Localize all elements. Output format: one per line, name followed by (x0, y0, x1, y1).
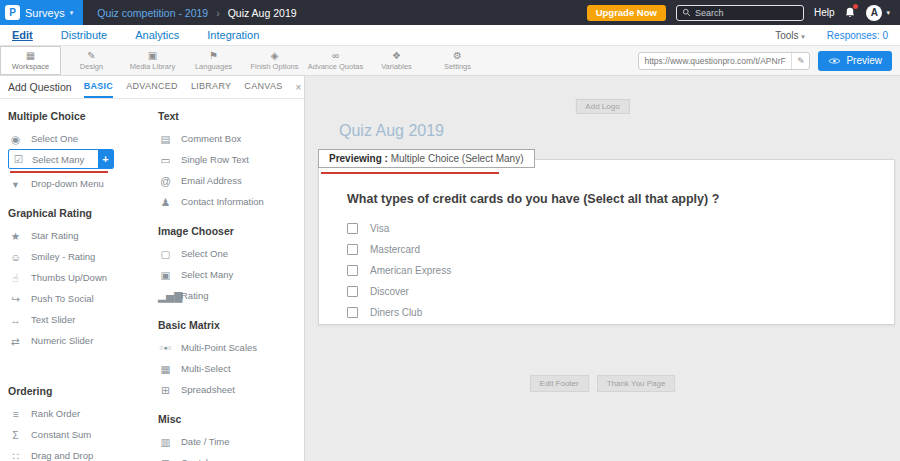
tab-canvas[interactable]: CANVAS (244, 76, 282, 98)
question-type-multi-point-scales[interactable]: ○●○ Multi-Point Scales (158, 337, 296, 358)
edit-footer-button[interactable]: Edit Footer (530, 375, 589, 392)
question-type-single-row-text[interactable]: ▭ Single Row Text (158, 149, 296, 170)
question-type-drag-and-drop[interactable]: ∷ Drag and Drop (8, 445, 142, 461)
question-type-thumbs-up-down[interactable]: ☝ Thumbs Up/Down (8, 267, 142, 288)
question-type-text-slider[interactable]: ↔ Text Slider (8, 309, 142, 330)
question-type-rank-order[interactable]: ≡ Rank Order (8, 403, 142, 424)
previewing-label: Previewing : Multiple Choice (Select Man… (318, 149, 535, 168)
share-icon: ↪ (8, 293, 23, 305)
question-type-dropdown-menu[interactable]: ▾ Drop-down Menu (8, 173, 142, 194)
checkbox-icon[interactable] (347, 307, 358, 318)
toolbar-settings[interactable]: ⚙ Settings (427, 46, 488, 75)
question-type-constant-sum[interactable]: Σ Constant Sum (8, 424, 142, 445)
tools-menu[interactable]: Tools ▾ (775, 30, 805, 41)
search-input[interactable] (695, 8, 798, 18)
survey-url-input[interactable] (639, 56, 791, 66)
settings-gear-icon: ⚙ (453, 50, 462, 61)
question-type-image-select-many[interactable]: ▣ Select Many (158, 264, 296, 285)
tab-library[interactable]: LIBRARY (191, 76, 231, 98)
questionpro-app: P Surveys ▾ Quiz competition - 2019 › Qu… (0, 0, 900, 461)
dropdown-icon: ▾ (8, 178, 23, 190)
tab-distribute[interactable]: Distribute (61, 29, 107, 41)
notifications-bell-icon[interactable] (844, 6, 856, 19)
surveys-menu[interactable]: P Surveys ▾ (0, 0, 83, 25)
question-type-label: Multi-Point Scales (181, 342, 257, 353)
question-type-image-select-one[interactable]: ▢ Select One (158, 243, 296, 264)
account-menu[interactable]: A ▾ (866, 5, 890, 21)
checkbox-icon[interactable] (347, 223, 358, 234)
variables-icon: ❖ (392, 50, 401, 61)
image-select-many-icon: ▣ (158, 269, 173, 281)
preview-button-label: Preview (846, 55, 882, 66)
question-type-captcha[interactable]: ⊡ Captcha (158, 452, 296, 461)
question-type-label: Smiley - Rating (31, 251, 95, 262)
toolbar-label: Variables (381, 62, 412, 71)
close-icon[interactable]: × (296, 82, 302, 93)
checkbox-icon[interactable] (347, 286, 358, 297)
question-type-label: Select One (31, 133, 78, 144)
survey-title[interactable]: Quiz Aug 2019 (339, 122, 444, 140)
preview-button[interactable]: Preview (818, 51, 892, 71)
add-question-title: Add Question (8, 81, 72, 93)
previewing-label-prefix: Previewing : (329, 153, 388, 164)
tab-basic[interactable]: BASIC (84, 76, 114, 98)
question-type-email-address[interactable]: @ Email Address (158, 170, 296, 191)
option-label: Diners Club (370, 307, 422, 318)
toolbar-label: Advance Quotas (308, 62, 363, 71)
question-type-comment-box[interactable]: ▤ Comment Box (158, 128, 296, 149)
help-link[interactable]: Help (814, 7, 835, 18)
section-heading: Misc (158, 413, 296, 425)
question-type-contact-information[interactable]: ♟ Contact Information (158, 191, 296, 212)
responses-count-link[interactable]: Responses: 0 (827, 30, 888, 41)
questionpro-logo-icon[interactable]: P (5, 5, 20, 20)
section-heading: Multiple Choice (8, 110, 142, 122)
option-label: Mastercard (370, 244, 420, 255)
question-type-spreadsheet[interactable]: ⊞ Spreadsheet (158, 379, 296, 400)
section-heading: Graphical Rating (8, 207, 142, 219)
option-label: Visa (370, 223, 389, 234)
toolbar-label: Workspace (12, 62, 49, 71)
question-text[interactable]: What types of credit cards do you have (… (347, 192, 884, 206)
question-type-select-many[interactable]: ☑ Select Many + (8, 149, 114, 169)
search-icon (682, 8, 691, 17)
checkbox-icon[interactable] (347, 265, 358, 276)
question-type-smiley-rating[interactable]: ☺ Smiley - Rating (8, 246, 142, 267)
sidebar-header: Add Question BASIC ADVANCED LIBRARY CANV… (0, 76, 304, 99)
question-type-push-to-social[interactable]: ↪ Push To Social (8, 288, 142, 309)
toolbar-workspace[interactable]: ▦ Workspace (0, 46, 61, 75)
tab-integration[interactable]: Integration (207, 29, 259, 41)
checkbox-icon[interactable] (347, 244, 358, 255)
question-type-label: Drop-down Menu (31, 178, 104, 189)
toolbar-design[interactable]: ✎ Design (61, 46, 122, 75)
toolbar-media-library[interactable]: ▣ Media Library (122, 46, 183, 75)
tab-edit[interactable]: Edit (12, 29, 33, 41)
text-slider-icon: ↔ (8, 314, 23, 326)
checkbox-icon: ☑ (11, 153, 26, 165)
add-question-plus-button[interactable]: + (98, 150, 113, 168)
question-type-star-rating[interactable]: ★ Star Rating (8, 225, 142, 246)
upgrade-now-button[interactable]: Upgrade Now (587, 5, 666, 21)
tab-advanced[interactable]: ADVANCED (126, 76, 178, 98)
toolbar-advance-quotas[interactable]: ∞ Advance Quotas (305, 46, 366, 75)
tab-analytics[interactable]: Analytics (135, 29, 179, 41)
edit-url-pencil-icon[interactable]: ✎ (791, 53, 809, 69)
question-type-numeric-slider[interactable]: ⇄ Numeric Slider (8, 330, 142, 351)
surveys-menu-label: Surveys (25, 7, 65, 19)
question-type-date-time[interactable]: ▥ Date / Time (158, 431, 296, 452)
question-type-multi-select[interactable]: ▦ Multi-Select (158, 358, 296, 379)
design-icon: ✎ (87, 50, 95, 61)
question-type-label: Select One (181, 248, 228, 259)
previewing-label-value: Multiple Choice (Select Many) (391, 153, 524, 164)
toolbar-variables[interactable]: ❖ Variables (366, 46, 427, 75)
breadcrumb-parent[interactable]: Quiz competition - 2019 (97, 7, 208, 19)
question-type-image-rating[interactable]: ▂▅▇ Rating (158, 285, 296, 306)
add-logo-button[interactable]: Add Logo (575, 99, 629, 114)
toolbar-languages[interactable]: ⚑ Languages (183, 46, 244, 75)
toolbar-finish-options[interactable]: ◈ Finish Options (244, 46, 305, 75)
question-type-select-one[interactable]: ◉ Select One (8, 128, 142, 149)
single-row-text-icon: ▭ (158, 154, 173, 166)
question-type-label: Email Address (181, 175, 242, 186)
thank-you-page-button[interactable]: Thank You Page (597, 375, 676, 392)
add-question-sidebar: Add Question BASIC ADVANCED LIBRARY CANV… (0, 76, 305, 461)
notification-badge (853, 4, 858, 9)
